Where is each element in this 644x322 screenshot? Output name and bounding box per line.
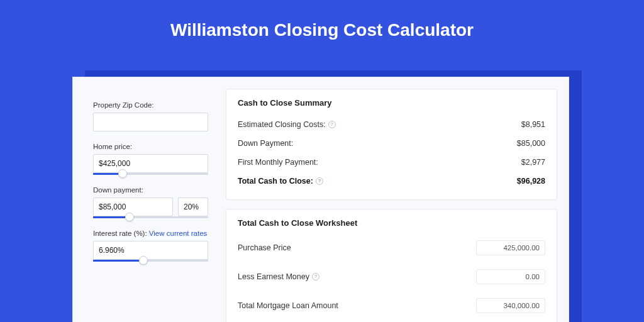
inputs-column: Property Zip Code: Home price: Down paym…: [73, 77, 214, 322]
worksheet-title: Total Cash to Close Worksheet: [238, 218, 545, 228]
label-down-payment: Down payment:: [93, 186, 208, 194]
field-down-payment: Down payment:: [93, 186, 208, 218]
calculator-card: Property Zip Code: Home price: Down paym…: [72, 77, 569, 322]
input-interest-rate[interactable]: [93, 241, 208, 260]
summary-total-value: $96,928: [517, 177, 545, 186]
worksheet-input-purchase-price[interactable]: [476, 240, 545, 255]
worksheet-label: Total Mortgage Loan Amount: [238, 301, 338, 310]
slider-interest-rate[interactable]: [93, 260, 208, 262]
page-title: Williamston Closing Cost Calculator: [0, 0, 644, 55]
slider-handle[interactable]: [125, 213, 134, 221]
summary-panel: Cash to Close Summary Estimated Closing …: [226, 89, 557, 200]
input-home-price[interactable]: [93, 154, 208, 173]
slider-fill: [93, 173, 118, 175]
worksheet-row: Purchase Price: [238, 235, 545, 264]
slider-fill: [93, 216, 125, 218]
results-column: Cash to Close Summary Estimated Closing …: [214, 77, 569, 322]
slider-handle[interactable]: [139, 256, 148, 265]
label-home-price: Home price:: [93, 143, 208, 150]
field-interest-rate: Interest rate (%): View current rates: [93, 230, 208, 262]
summary-total-label: Total Cash to Close:: [238, 177, 313, 186]
label-interest-rate-text: Interest rate (%):: [93, 230, 147, 237]
summary-title: Cash to Close Summary: [238, 98, 545, 108]
input-zip[interactable]: [93, 113, 208, 131]
slider-fill: [93, 260, 139, 262]
worksheet-label: Purchase Price: [238, 243, 291, 252]
summary-label-text: Down Payment:: [238, 139, 293, 148]
summary-row: Down Payment: $85,000: [238, 134, 545, 153]
summary-row: First Monthly Payment: $2,977: [238, 153, 545, 172]
help-icon[interactable]: ?: [316, 177, 323, 185]
summary-row: Estimated Closing Costs: ? $8,951: [238, 115, 545, 134]
field-zip: Property Zip Code:: [93, 101, 208, 131]
worksheet-label: Less Earnest Money: [238, 272, 309, 281]
label-interest-rate: Interest rate (%): View current rates: [93, 230, 208, 237]
slider-down-payment[interactable]: [93, 216, 208, 218]
worksheet-row: Total Mortgage Loan Amount: [238, 293, 545, 322]
link-view-rates[interactable]: View current rates: [149, 230, 207, 237]
summary-label-text: First Monthly Payment:: [238, 158, 318, 167]
field-home-price: Home price:: [93, 143, 208, 175]
worksheet-panel: Total Cash to Close Worksheet Purchase P…: [226, 209, 557, 322]
summary-value: $85,000: [517, 139, 545, 148]
input-down-payment-pct[interactable]: [178, 197, 208, 216]
summary-row-total: Total Cash to Close: ? $96,928: [238, 172, 545, 191]
worksheet-input-loan-amount[interactable]: [476, 298, 545, 313]
worksheet-row: Less Earnest Money ?: [238, 264, 545, 293]
input-down-payment[interactable]: [93, 197, 173, 216]
worksheet-input-earnest-money[interactable]: [476, 269, 545, 284]
help-icon[interactable]: ?: [328, 121, 336, 128]
summary-value: $8,951: [521, 120, 545, 129]
summary-label-text: Estimated Closing Costs:: [238, 120, 326, 129]
label-zip: Property Zip Code:: [93, 101, 208, 109]
slider-handle[interactable]: [118, 169, 127, 178]
summary-value: $2,977: [521, 158, 545, 167]
help-icon[interactable]: ?: [312, 273, 319, 280]
slider-home-price[interactable]: [93, 173, 208, 175]
